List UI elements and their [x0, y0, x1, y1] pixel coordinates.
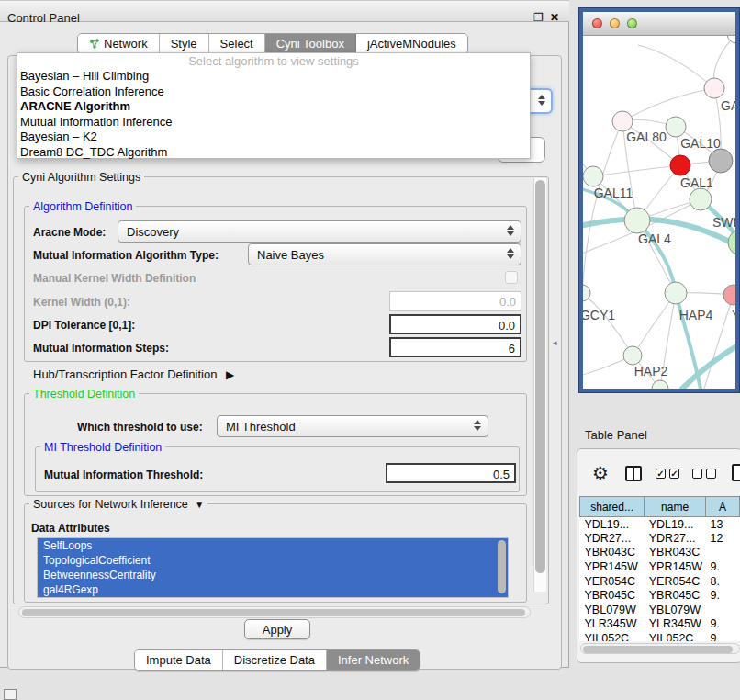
columns-icon[interactable] [625, 466, 642, 481]
checked-box-icon[interactable]: ✓ [656, 469, 666, 479]
node-gray[interactable] [709, 149, 733, 173]
tab-network[interactable]: Network [78, 34, 160, 53]
node-gal80[interactable] [612, 111, 633, 131]
attr-item-selected[interactable]: BetweennessCentrality [38, 568, 508, 582]
table-row[interactable]: YPR145WYPR145W9. [580, 559, 740, 574]
node-salmon[interactable] [723, 285, 735, 305]
attr-item-selected[interactable]: SelfLoops [38, 538, 508, 553]
checked-box-icon[interactable]: ✓ [669, 469, 679, 479]
dropdown-item[interactable]: Basic Correlation Inference [17, 85, 530, 100]
attr-item-selected[interactable]: gal4RGexp [38, 582, 508, 597]
tab-jactivemnodules[interactable]: jActiveMNodules [356, 34, 467, 53]
mi-type-combo[interactable]: Naive Bayes [248, 243, 521, 265]
combo-arrows-icon [507, 248, 514, 259]
mi-type-label: Mutual Information Algorithm Type: [33, 249, 219, 262]
node-gal4[interactable] [624, 208, 650, 233]
sources-group-title[interactable]: Sources for Network Inference ▼ [29, 498, 207, 511]
tab-cyni-toolbox[interactable]: Cyni Toolbox [265, 34, 356, 53]
table-row[interactable]: YBR043CYBR043C [580, 546, 740, 560]
document-icon[interactable] [732, 464, 740, 481]
network-graph: GAL GAL80 GAL10 GAL1 GAL11 SWI4 GAL4 GCY… [583, 36, 735, 389]
split-divider-handle[interactable]: ◂ [553, 338, 557, 347]
node-label: GCY1 [583, 308, 615, 322]
table-hscrollbar[interactable] [580, 643, 740, 654]
node-label: GAL11 [594, 186, 633, 200]
aracne-mode-combo[interactable]: Discovery [118, 220, 521, 243]
table-header-row: shared... name A [580, 497, 740, 517]
node-gal10[interactable] [666, 117, 686, 137]
manual-kernel-checkbox[interactable] [505, 271, 518, 284]
node-gal-partial[interactable] [704, 78, 724, 98]
column-header[interactable]: A [705, 497, 739, 517]
attr-list-scrollbar-thumb[interactable] [498, 540, 506, 593]
data-attributes-list: SelfLoops TopologicalCoefficient Between… [37, 537, 509, 598]
which-threshold-label: Which threshold to use: [77, 421, 203, 434]
which-threshold-combo[interactable]: MI Threshold [217, 415, 488, 437]
dropdown-item[interactable]: Mutual Information Inference [17, 115, 530, 130]
mi-steps-field[interactable]: 6 [389, 337, 521, 357]
dropdown-item[interactable]: Bayesian – Hill Climbing [17, 69, 530, 85]
tab-style[interactable]: Style [160, 34, 209, 53]
close-traffic-light[interactable] [592, 18, 602, 28]
float-window-icon[interactable]: ❐ [533, 11, 544, 24]
mi-threshold-definition-title: MI Threshold Definition [40, 441, 165, 454]
dpi-tolerance-label: DPI Tolerance [0,1]: [33, 319, 135, 332]
attr-item-selected[interactable]: TopologicalCoefficient [38, 553, 508, 568]
combo-arrows-icon [507, 225, 514, 236]
minimize-traffic-light[interactable] [610, 18, 620, 28]
settings-scrollbar-thumb[interactable] [535, 180, 545, 573]
algorithm-definition-title: Algorithm Definition [29, 200, 136, 213]
settings-scrollbar[interactable] [533, 178, 546, 592]
unchecked-box-icon[interactable] [706, 469, 716, 479]
node-unlabeled[interactable] [727, 36, 735, 43]
dpi-tolerance-field[interactable]: 0.0 [389, 314, 521, 334]
gear-icon[interactable]: ⚙ [592, 462, 609, 484]
dropdown-item-aracne[interactable]: ARACNE Algorithm [17, 99, 530, 115]
node-label: HAP2 [634, 364, 668, 378]
tab-select[interactable]: Select [209, 34, 265, 53]
settings-hscrollbar[interactable] [18, 606, 531, 618]
settings-hscrollbar-thumb[interactable] [22, 609, 525, 616]
node-label: Y [732, 308, 735, 322]
mi-threshold-field[interactable]: 0.5 [386, 463, 516, 483]
tab-impute-data[interactable]: Impute Data [135, 650, 223, 670]
node-hap2[interactable] [623, 346, 642, 365]
table-row[interactable]: YDR27...YDR27...12 [580, 531, 740, 546]
table-row[interactable]: YBR045CYBR045C9. [580, 588, 740, 603]
column-header[interactable]: shared... [580, 497, 645, 517]
node-label: SWI4 [712, 215, 735, 230]
app-root: Control Panel ❐ ✕ Network Style Select C… [0, 0, 740, 700]
collapsed-panel-icon[interactable] [4, 689, 17, 700]
manual-kernel-label: Manual Kernel Width Definition [33, 272, 196, 285]
table-row[interactable]: YBL079WYBL079W [580, 603, 740, 617]
tab-infer-network[interactable]: Infer Network [327, 650, 420, 670]
tab-discretize-data[interactable]: Discretize Data [223, 650, 327, 670]
network-labels: GAL GAL80 GAL10 GAL1 GAL11 SWI4 GAL4 GCY… [583, 98, 735, 378]
algorithm-dropdown-list: Select algorithm to view settings Bayesi… [17, 52, 531, 159]
dropdown-item[interactable]: Dream8 DC_TDC Algorithm [17, 145, 530, 161]
node-gal1-red[interactable] [670, 155, 690, 175]
table-row[interactable]: YLR345WYLR345W9. [580, 617, 740, 632]
node-green-right[interactable] [728, 230, 735, 255]
node-swi4[interactable] [690, 188, 712, 210]
threshold-definition-title: Threshold Definition [29, 388, 139, 401]
column-header[interactable]: name [645, 497, 706, 517]
table-panel-title: Table Panel [585, 428, 647, 442]
mi-threshold-label: Mutual Information Threshold: [44, 469, 203, 481]
dropdown-item[interactable]: Bayesian – K2 [17, 130, 530, 145]
kernel-width-field[interactable]: 0.0 [389, 291, 521, 311]
table-row[interactable]: YDL19...YDL19...13 [580, 517, 740, 532]
unchecked-box-icon[interactable] [692, 469, 702, 479]
network-canvas[interactable]: GAL GAL80 GAL10 GAL1 GAL11 SWI4 GAL4 GCY… [583, 36, 735, 389]
collapse-arrow-icon: ▼ [195, 500, 204, 510]
table-row[interactable]: YER054CYER054C8. [580, 574, 740, 589]
hub-definition-expander[interactable]: Hub/Transcription Factor Definition ▶ [33, 367, 234, 381]
close-icon[interactable]: ✕ [550, 11, 559, 24]
node-hap4[interactable] [665, 282, 687, 304]
apply-button[interactable]: Apply [244, 619, 310, 639]
table-hscrollbar-thumb[interactable] [583, 646, 733, 653]
node-gal11[interactable] [583, 166, 603, 186]
table-row[interactable]: YIL052CYIL052C9 [580, 631, 740, 641]
zoom-traffic-light[interactable] [627, 18, 637, 28]
network-icon [89, 39, 100, 50]
